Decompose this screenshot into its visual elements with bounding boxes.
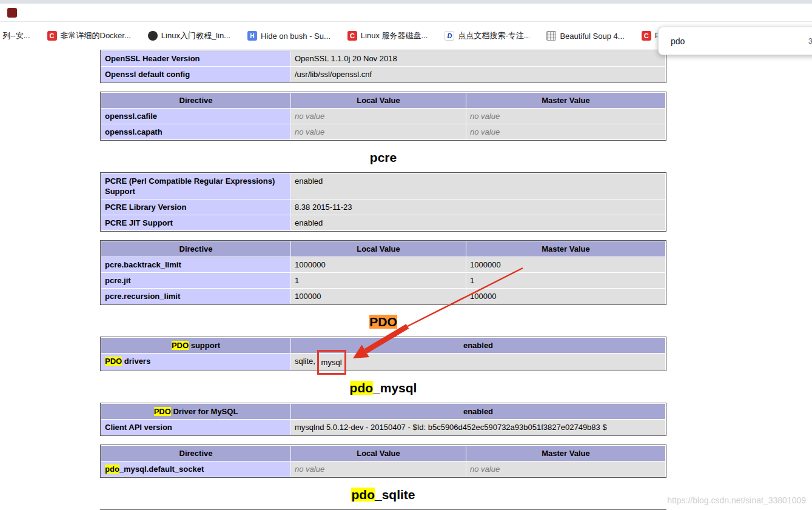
find-bar: 3/16 ∧: [658, 27, 812, 55]
bookmark-item[interactable]: 非常详细的Docker...: [47, 30, 131, 41]
tab-favicon[interactable]: [7, 8, 17, 18]
text-segment: enabled: [295, 176, 323, 186]
table-cell: pdo_mysql.default_socket: [101, 461, 290, 477]
bookmark-label: 点点文档搜索-专注...: [458, 30, 529, 41]
text-segment: 1000000: [470, 260, 501, 269]
text-segment: 100000: [295, 292, 321, 301]
table-cell: pcre.backtrack_limit: [101, 257, 290, 272]
table-row: DirectiveLocal ValueMaster Value: [101, 93, 665, 108]
text-segment: no value: [470, 127, 500, 136]
tab-strip: [0, 0, 812, 22]
table-row: pdo_mysql.default_socketno valueno value: [101, 461, 665, 477]
text-segment: PCRE (Perl Compatible Regular Expression…: [105, 176, 275, 196]
bookmark-item[interactable]: Beautiful Soup 4...: [546, 31, 624, 41]
text-segment: _mysql: [373, 381, 417, 395]
text-segment: no value: [295, 465, 324, 474]
csdn-icon: [347, 31, 357, 41]
text-segment: OpenSSL 1.1.0j 20 Nov 2018: [295, 54, 397, 63]
text-segment: Local Value: [357, 96, 400, 105]
csdn-icon: [47, 31, 57, 41]
text-segment: 8.38 2015-11-23: [295, 203, 352, 212]
table-row: Client API versionmysqlnd 5.0.12-dev - 2…: [101, 420, 665, 435]
text-segment: Local Value: [357, 449, 400, 458]
table-cell: Directive: [101, 241, 290, 257]
table-row: PDO supportenabled: [101, 338, 665, 353]
text-segment: Directive: [180, 449, 213, 458]
table-row: pcre.recursion_limit100000100000: [101, 289, 665, 304]
table-cell: PCRE (Perl Compatible Regular Expression…: [101, 173, 290, 199]
table-cell: Local Value: [291, 446, 466, 461]
find-highlight: pdo: [105, 465, 119, 474]
table-row: pcre.backtrack_limit10000001000000: [101, 257, 665, 272]
bookmark-item[interactable]: Hide on bush - Su...: [247, 31, 331, 41]
phpinfo-table: PCRE (Perl Compatible Regular Expression…: [100, 172, 666, 232]
table-row: Openssl default config/usr/lib/ssl/opens…: [101, 67, 665, 82]
table-cell: Directive: [101, 93, 290, 108]
section-heading: pdo_mysql: [100, 381, 666, 395]
text-segment: _sqlite: [375, 488, 415, 502]
text-segment: Master Value: [542, 96, 590, 105]
bookmark-item[interactable]: Linux 服务器磁盘...: [347, 30, 428, 41]
text-segment: Master Value: [542, 244, 590, 253]
text-segment: 1000000: [295, 260, 326, 269]
table-cell: Master Value: [466, 93, 665, 108]
table-cell: Local Value: [291, 93, 466, 108]
bookmark-label: Beautiful Soup 4...: [560, 32, 624, 41]
text-segment: enabled: [463, 341, 493, 350]
text-segment: OpenSSL Header Version: [105, 54, 200, 63]
text-segment: Openssl default config: [105, 70, 190, 79]
table-cell: 8.38 2015-11-23: [291, 200, 665, 215]
table-cell: 1: [291, 273, 466, 288]
bookmark-item[interactable]: 点点文档搜索-专注...: [445, 30, 529, 41]
text-segment: PCRE Library Version: [105, 203, 186, 212]
text-segment: mysqlnd 5.0.12-dev - 20150407 - $Id: b5c…: [295, 423, 607, 432]
table-cell: Client API version: [101, 420, 290, 435]
table-cell: 100000: [466, 289, 665, 304]
csdn-icon: [642, 31, 651, 41]
table-row: DirectiveLocal ValueMaster Value: [101, 446, 665, 461]
text-segment: Local Value: [357, 244, 400, 253]
table-row: openssl.cafileno valueno value: [101, 109, 665, 124]
table-cell: Master Value: [466, 241, 665, 257]
table-cell: enabled: [291, 338, 665, 353]
bookmark-label: Hide on bush - Su...: [261, 32, 331, 41]
phpinfo-table: OpenSSL Header VersionOpenSSL 1.1.0j 20 …: [100, 50, 666, 83]
table-cell: no value: [466, 461, 665, 477]
text-segment: openssl.capath: [105, 127, 163, 136]
bookmark-label: Linux入门教程_lin...: [161, 30, 230, 41]
text-segment: pcre.backtrack_limit: [105, 260, 181, 269]
table-cell: no value: [466, 124, 665, 139]
text-segment: PCRE JIT Support: [105, 218, 173, 227]
table-cell: 1000000: [291, 257, 466, 272]
bookmark-label: 非常详细的Docker...: [61, 30, 131, 41]
bookmark-item[interactable]: 列--安...: [2, 30, 30, 41]
table-row: PDO driverssqlite, mysql: [101, 354, 665, 370]
table-cell: Master Value: [466, 446, 665, 461]
table-cell: PDO support: [101, 338, 290, 353]
text-segment: enabled: [295, 218, 323, 227]
grid-icon: [546, 31, 556, 41]
text-segment: no value: [470, 112, 500, 121]
table-cell: pcre.recursion_limit: [101, 289, 290, 304]
table-row: OpenSSL Header VersionOpenSSL 1.1.0j 20 …: [101, 51, 665, 66]
find-highlight: pdo: [351, 488, 374, 502]
text-segment: Directive: [180, 244, 213, 253]
table-cell: PCRE JIT Support: [101, 215, 290, 230]
find-input[interactable]: [669, 36, 742, 47]
text-segment: support: [189, 341, 220, 350]
phpinfo-table: PDO Driver for MySQLenabledClient API ve…: [100, 403, 666, 436]
text-segment: pcre.recursion_limit: [105, 292, 180, 301]
table-row: DirectiveLocal ValueMaster Value: [101, 241, 665, 257]
table-cell: enabled: [291, 404, 665, 419]
find-highlight: PDO: [369, 315, 397, 329]
table-cell: enabled: [291, 215, 665, 230]
text-segment: Driver for MySQL: [171, 407, 238, 416]
section-heading: PDO: [100, 315, 666, 329]
text-segment: no value: [295, 112, 324, 121]
table-cell: no value: [291, 109, 466, 124]
bookmark-item[interactable]: Linux入门教程_lin...: [148, 30, 230, 41]
find-highlight: PDO: [154, 407, 171, 416]
phpinfo-table: PDO supportenabledPDO driverssqlite, mys…: [100, 337, 666, 371]
table-cell: PDO Driver for MySQL: [101, 404, 290, 419]
phpinfo-table: DirectiveLocal ValueMaster Valuepdo_mysq…: [100, 445, 666, 478]
